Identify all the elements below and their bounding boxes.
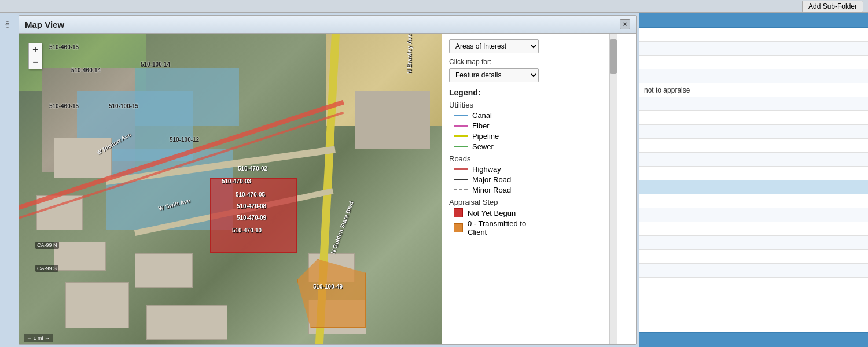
table-row <box>639 194 868 208</box>
zoom-out-button[interactable]: − <box>29 56 42 69</box>
legend-scrollbar[interactable] <box>609 34 617 344</box>
legend-fiber: Fiber <box>454 121 602 130</box>
pipeline-line-icon <box>454 135 468 137</box>
legend-highway: Highway <box>454 165 602 174</box>
areas-of-interest-dropdown[interactable]: Areas of Interest <box>449 39 539 53</box>
map-panel-title: Map View <box>25 20 64 29</box>
feature-details-dropdown[interactable]: Feature details <box>449 68 539 82</box>
legend-not-yet-begun: Not Yet Begun <box>454 208 602 217</box>
fiber-label: Fiber <box>472 121 490 130</box>
legend-panel: Areas of Interest Click map for: Feature… <box>442 34 609 344</box>
canal-line-icon <box>454 115 468 116</box>
minor-road-label: Minor Road <box>472 186 511 194</box>
add-subfolder-button[interactable]: Add Sub-Folder <box>802 1 863 12</box>
map-area[interactable]: N Golden State Blvd W Richert Ave W Swif… <box>19 34 442 344</box>
highway-line-icon <box>454 168 468 170</box>
map-close-button[interactable]: × <box>620 19 630 29</box>
table-row: not to appraise <box>639 83 868 97</box>
table-row <box>639 139 868 153</box>
legend-transmitted: 0 - Transmitted to Client <box>454 219 602 237</box>
map-content: N Golden State Blvd W Richert Ave W Swif… <box>19 34 636 344</box>
table-row <box>639 208 868 222</box>
canal-label: Canal <box>472 111 492 120</box>
right-panel: not to appraise <box>639 13 868 347</box>
table-row <box>639 236 868 250</box>
left-sidebar: ap <box>0 13 16 347</box>
utilities-section-title: Utilities <box>449 101 602 109</box>
top-bar: Add Sub-Folder <box>0 0 868 13</box>
table-row <box>639 180 868 194</box>
map-panel: Map View × <box>19 15 637 345</box>
click-map-label: Click map for: <box>449 58 602 66</box>
highway-label: Highway <box>472 165 501 174</box>
feature-details-row: Feature details <box>449 68 602 82</box>
table-row <box>639 222 868 236</box>
legend-pipeline: Pipeline <box>454 132 602 141</box>
map-panel-header: Map View × <box>19 16 636 34</box>
legend-major-road: Major Road <box>454 175 602 184</box>
fiber-line-icon <box>454 125 468 127</box>
table-row <box>639 125 868 139</box>
not-yet-begun-label: Not Yet Begun <box>468 209 516 217</box>
table-row <box>639 111 868 125</box>
legend-canal: Canal <box>454 111 602 120</box>
main-layout: ap Map View × <box>0 13 868 347</box>
major-road-label: Major Road <box>472 175 511 184</box>
table-row <box>639 250 868 264</box>
table-row <box>639 69 868 83</box>
not-yet-begun-swatch-icon <box>454 208 463 217</box>
table-row <box>639 97 868 111</box>
table-row <box>639 42 868 56</box>
right-panel-header <box>639 13 868 28</box>
transmitted-swatch-icon <box>454 223 463 232</box>
legend-sewer: Sewer <box>454 142 602 151</box>
zoom-controls: + − <box>28 43 42 69</box>
scrollbar-thumb[interactable] <box>610 39 617 74</box>
roads-section-title: Roads <box>449 154 602 163</box>
transmitted-label: 0 - Transmitted to Client <box>468 219 526 237</box>
table-row <box>639 28 868 42</box>
map-background: N Golden State Blvd W Richert Ave W Swif… <box>19 34 442 344</box>
pipeline-label: Pipeline <box>472 132 499 141</box>
major-road-line-icon <box>454 179 468 180</box>
not-to-appraise-text: not to appraise <box>644 86 690 94</box>
table-row <box>639 56 868 69</box>
table-row <box>639 153 868 167</box>
table-row <box>639 167 868 180</box>
table-row <box>639 264 868 278</box>
right-panel-footer <box>639 332 868 347</box>
areas-of-interest-row: Areas of Interest <box>449 39 602 53</box>
sewer-label: Sewer <box>472 142 494 151</box>
zoom-in-button[interactable]: + <box>29 43 42 56</box>
sewer-line-icon <box>454 146 468 147</box>
appraisal-section-title: Appraisal Step <box>449 198 602 206</box>
legend-minor-road: Minor Road <box>454 186 602 194</box>
table-rows: not to appraise <box>639 28 868 332</box>
minor-road-line-icon <box>454 189 468 191</box>
legend-title: Legend: <box>449 88 602 97</box>
